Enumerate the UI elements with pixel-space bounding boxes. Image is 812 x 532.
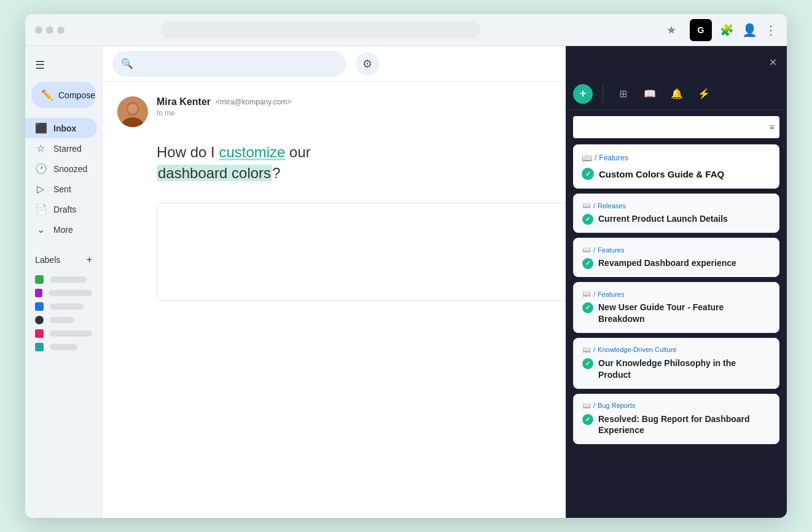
featured-check-icon: ✓ <box>582 168 594 180</box>
result-sep-3: / <box>593 346 595 353</box>
results-list: 📖 / Releases ✓ Current Product Launch De… <box>566 194 787 518</box>
browser-dots <box>35 26 64 34</box>
compose-pencil-icon: ✏️ <box>41 89 53 101</box>
address-bar[interactable] <box>161 21 480 39</box>
label-dot-green <box>35 275 44 284</box>
result-title-3: ✓ Our Knowledge Philosophy in the Produc… <box>582 358 770 381</box>
label-bar <box>50 331 92 337</box>
result-card-0[interactable]: 📖 / Releases ✓ Current Product Launch De… <box>573 194 779 233</box>
grammarly-icon[interactable]: G <box>690 19 712 41</box>
dot-yellow <box>46 26 53 34</box>
label-item-teal <box>35 340 92 354</box>
dot-red <box>35 26 42 34</box>
result-sep-4: / <box>593 402 595 409</box>
result-breadcrumb-text-4: Bug Reports <box>598 402 635 409</box>
popup-layers-button[interactable]: ⊞ <box>613 84 633 104</box>
popup-book-button[interactable]: 📖 <box>640 84 660 104</box>
popup-add-button[interactable]: + <box>573 84 593 104</box>
result-card-1[interactable]: 📖 / Features ✓ Revamped Dashboard experi… <box>573 238 779 277</box>
dot-green <box>57 26 64 34</box>
snoozed-label: Snoozed <box>53 164 87 174</box>
result-title-1: ✓ Revamped Dashboard experience <box>582 257 770 269</box>
gmail-sidebar: ☰ ✏️ Compose ⬛ Inbox ☆ Starred 🕐 Snoozed <box>25 46 102 518</box>
result-breadcrumb-text-3: Knowledge-Driven Culture <box>598 346 676 353</box>
browser-bar: ★ G 🧩 👤 ⋮ <box>25 14 787 46</box>
sidebar-item-snoozed[interactable]: 🕐 Snoozed <box>25 158 97 179</box>
result-breadcrumb-2: 📖 / Features <box>582 290 770 298</box>
label-bar <box>49 290 92 296</box>
labels-section: Labels + <box>25 244 102 364</box>
body-text-2: our <box>285 144 310 160</box>
result-check-1: ✓ <box>582 258 593 269</box>
result-card-4[interactable]: 📖 / Bug Reports ✓ Resolved: Bug Report f… <box>573 394 779 445</box>
sidebar-item-inbox[interactable]: ⬛ Inbox <box>25 118 97 138</box>
result-breadcrumb-1: 📖 / Features <box>582 246 770 254</box>
filter-icon-button[interactable]: ⚙ <box>356 52 379 76</box>
featured-result[interactable]: 📖 / Features ✓ Custom Colors Guide & FAQ <box>573 144 779 189</box>
popup-search-input[interactable] <box>573 116 779 138</box>
sidebar-item-sent[interactable]: ▷ Sent <box>25 179 97 199</box>
body-text-1: How do I <box>157 144 219 160</box>
result-title-text-4: Resolved: Bug Report for Dashboard Exper… <box>598 413 770 437</box>
featured-breadcrumb-sep: / <box>595 154 596 162</box>
extensions-icon[interactable]: 🧩 <box>718 22 735 39</box>
popup-filter-icon: ≡ <box>770 122 775 132</box>
popup-bolt-button[interactable]: ⚡ <box>694 84 714 104</box>
popup-bell-button[interactable]: 🔔 <box>667 84 687 104</box>
search-bar[interactable]: 🔍 <box>112 51 346 77</box>
result-title-text-3: Our Knowledge Philosophy in the Product <box>598 358 770 381</box>
sidebar-hamburger-icon[interactable]: ☰ <box>25 53 102 82</box>
result-sep-1: / <box>593 246 595 254</box>
avatar <box>117 96 148 127</box>
result-check-2: ✓ <box>582 302 593 313</box>
profile-icon[interactable]: 👤 <box>741 22 759 39</box>
compose-button[interactable]: ✏️ Compose <box>31 82 96 108</box>
featured-title-text: Custom Colors Guide & FAQ <box>599 169 724 179</box>
result-breadcrumb-text-0: Releases <box>598 202 626 209</box>
svg-point-3 <box>128 104 138 114</box>
label-bar <box>50 276 87 283</box>
featured-title: ✓ Custom Colors Guide & FAQ <box>582 168 771 180</box>
popup-search-container: ≡ <box>573 116 779 138</box>
result-book-icon-0: 📖 <box>582 201 591 209</box>
popup-close-button[interactable]: ✕ <box>767 54 779 71</box>
starred-icon: ☆ <box>35 143 46 154</box>
result-title-text-2: New User Guide Tour - Feature Breakdown <box>598 302 770 325</box>
sender-name: Mira Kenter <mira@kompany.com> <box>157 96 291 108</box>
email-meta: Mira Kenter <mira@kompany.com> to me <box>157 96 291 117</box>
browser-menu-icon[interactable]: ⋮ <box>765 23 777 37</box>
result-card-2[interactable]: 📖 / Features ✓ New User Guide Tour - Fea… <box>573 282 779 333</box>
drafts-label: Drafts <box>53 205 76 214</box>
featured-breadcrumb: 📖 / Features <box>582 153 771 163</box>
more-label: More <box>53 225 73 235</box>
result-title-text-0: Current Product Launch Details <box>598 213 728 225</box>
bookmark-icon[interactable]: ★ <box>666 23 676 37</box>
result-check-4: ✓ <box>582 414 593 425</box>
label-dot-teal <box>35 343 44 351</box>
add-label-button[interactable]: + <box>87 254 92 265</box>
labels-title: Labels <box>35 255 60 265</box>
snoozed-icon: 🕐 <box>35 163 46 174</box>
label-item-pink <box>35 327 92 340</box>
result-breadcrumb-4: 📖 / Bug Reports <box>582 402 770 410</box>
result-check-0: ✓ <box>582 214 593 225</box>
featured-book-icon: 📖 <box>582 153 592 163</box>
drafts-icon: 📄 <box>35 203 46 215</box>
result-title-4: ✓ Resolved: Bug Report for Dashboard Exp… <box>582 413 770 437</box>
inbox-icon: ⬛ <box>35 122 46 134</box>
result-card-3[interactable]: 📖 / Knowledge-Driven Culture ✓ Our Knowl… <box>573 338 779 389</box>
more-chevron-icon: ⌄ <box>35 224 46 235</box>
label-item-green <box>35 273 92 286</box>
search-icon: 🔍 <box>121 58 133 69</box>
avatar-svg <box>117 96 148 127</box>
compose-label: Compose <box>58 90 95 100</box>
sidebar-item-more[interactable]: ⌄ More <box>25 219 97 240</box>
sidebar-item-starred[interactable]: ☆ Starred <box>25 138 97 158</box>
sidebar-nav: ⬛ Inbox ☆ Starred 🕐 Snoozed ▷ Sent 📄 <box>25 118 102 240</box>
result-title-0: ✓ Current Product Launch Details <box>582 213 770 225</box>
body-highlight-customize: customize <box>219 144 285 160</box>
browser-extension-icons: G 🧩 👤 ⋮ <box>690 19 777 41</box>
labels-header: Labels + <box>35 254 92 265</box>
result-breadcrumb-text-1: Features <box>598 246 624 254</box>
sidebar-item-drafts[interactable]: 📄 Drafts <box>25 199 97 219</box>
